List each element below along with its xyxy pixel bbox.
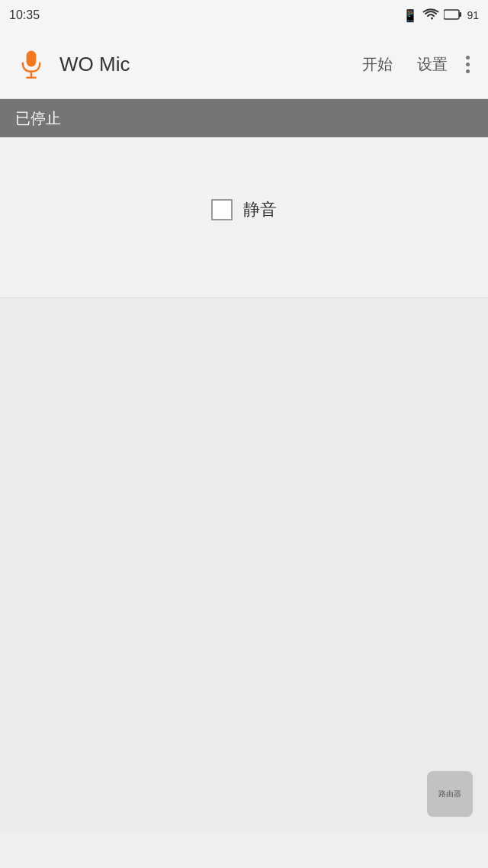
app-icon-container xyxy=(12,46,50,84)
start-button[interactable]: 开始 xyxy=(350,48,405,81)
dot-2 xyxy=(466,63,470,66)
watermark: 路由器 xyxy=(427,771,473,817)
mute-section: 静音 xyxy=(211,198,277,221)
svg-rect-0 xyxy=(444,10,459,19)
app-title: WO Mic xyxy=(59,53,350,76)
main-content: 静音 xyxy=(0,137,488,298)
settings-button[interactable]: 设置 xyxy=(405,48,460,81)
mute-label: 静音 xyxy=(243,198,277,221)
svg-rect-2 xyxy=(27,50,37,66)
dot-3 xyxy=(466,69,470,73)
status-bar: 10:35 📱 91 xyxy=(0,0,488,31)
status-icons: 📱 91 xyxy=(403,8,479,23)
status-time: 10:35 xyxy=(9,8,40,22)
dot-1 xyxy=(466,56,470,59)
app-bar: WO Mic 开始 设置 xyxy=(0,31,488,99)
more-options-button[interactable] xyxy=(460,50,476,79)
svg-rect-1 xyxy=(459,12,461,17)
lower-content: 路由器 xyxy=(0,298,488,832)
status-banner: 已停止 xyxy=(0,99,488,137)
wifi-icon xyxy=(422,8,439,23)
battery-frame-icon xyxy=(444,9,462,22)
status-text: 已停止 xyxy=(15,108,61,129)
watermark-text: 路由器 xyxy=(438,789,461,799)
sim-icon: 📱 xyxy=(403,8,418,23)
mute-checkbox[interactable] xyxy=(211,199,233,220)
microphone-icon xyxy=(16,50,47,80)
battery-percentage: 91 xyxy=(467,9,479,21)
